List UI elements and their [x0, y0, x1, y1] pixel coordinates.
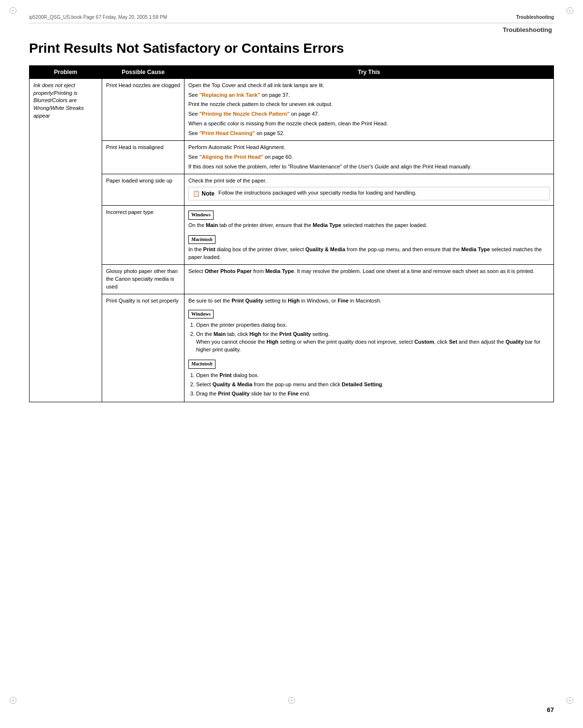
cause-cell-2: Print Head is misaligned: [102, 141, 184, 174]
list-item: Drag the Print Quality slide bar to the …: [196, 390, 550, 398]
try-cell-1: Open the Top Cover and check if all ink …: [184, 78, 554, 141]
windows-badge-wrapper: Windows: [188, 209, 550, 222]
list-item: On the Main tab, click High for the Prin…: [196, 331, 550, 354]
page-number: 67: [547, 706, 554, 713]
macintosh-badge-2: Macintosh: [188, 360, 215, 369]
try-cell-5: Select Other Photo Paper from Media Type…: [184, 265, 554, 294]
corner-mark-br: [567, 697, 573, 704]
list-item: Select Quality & Media from the pop-up m…: [196, 381, 550, 389]
link-aligning-print-head[interactable]: "Aligning the Print Head": [199, 154, 263, 160]
corner-mark-tl: [10, 7, 16, 14]
link-replacing-ink[interactable]: "Replacing an Ink Tank": [199, 92, 261, 98]
try-para: On the Main tab of the printer driver, e…: [188, 222, 550, 229]
cause-cell-1: Print Head nozzles are clogged: [102, 78, 184, 141]
page-title: Print Results Not Satisfactory or Contai…: [29, 40, 554, 57]
note-icon: 📋 Note: [193, 190, 215, 198]
col-header-cause: Possible Cause: [102, 65, 184, 78]
problem-cell-1: Ink does not eject properly/Printing is …: [30, 78, 102, 402]
macintosh-steps-list: Open the Print dialog box. Select Qualit…: [196, 372, 550, 398]
header-right: Troubleshooting: [516, 15, 554, 20]
try-cell-4: Windows On the Main tab of the printer d…: [184, 206, 554, 265]
try-para: When a specific color is missing from th…: [188, 120, 550, 128]
try-para: See "Print Head Cleaning" on page 52.: [188, 130, 550, 137]
try-para: If this does not solve the problem, refe…: [188, 163, 550, 171]
note-box: 📋 Note Follow the instructions packaged …: [188, 187, 550, 200]
try-para: Check the print side of the paper.: [188, 177, 550, 185]
windows-badge-2: Windows: [188, 310, 214, 319]
try-para: See "Printing the Nozzle Check Pattern" …: [188, 110, 550, 118]
cause-cell-5: Glossy photo paper other than the Canon …: [102, 265, 184, 294]
cause-cell-4: Incorrect paper type: [102, 206, 184, 265]
corner-mark-tr: [567, 7, 573, 14]
corner-mark-bl: [10, 697, 16, 704]
try-para: Select Other Photo Paper from Media Type…: [188, 268, 550, 275]
link-nozzle-check[interactable]: "Printing the Nozzle Check Pattern": [199, 111, 290, 117]
header-left: ip5200R_QSG_US.book Page 67 Friday, May …: [29, 15, 167, 20]
table-row: Print Quality is not set properly Be sur…: [30, 294, 554, 402]
col-header-try: Try This: [184, 65, 554, 78]
table-row: Ink does not eject properly/Printing is …: [30, 78, 554, 141]
section-title: Troubleshooting: [29, 26, 554, 33]
try-para: See "Replacing an Ink Tank" on page 37.: [188, 91, 550, 99]
page-container: ip5200R_QSG_US.book Page 67 Friday, May …: [0, 0, 583, 728]
header-bar: ip5200R_QSG_US.book Page 67 Friday, May …: [29, 15, 554, 23]
try-para: See "Aligning the Print Head" on page 60…: [188, 153, 550, 161]
col-header-problem: Problem: [30, 65, 102, 78]
try-cell-6: Be sure to set the Print Quality setting…: [184, 294, 554, 402]
try-para: Perform Automatic Print Head Alignment.: [188, 144, 550, 152]
macintosh-badge-wrapper-2: Macintosh: [188, 358, 550, 371]
table-row: Incorrect paper type Windows On the Main…: [30, 206, 554, 265]
try-cell-2: Perform Automatic Print Head Alignment. …: [184, 141, 554, 174]
try-para: Be sure to set the Print Quality setting…: [188, 297, 550, 305]
list-item: Open the Print dialog box.: [196, 372, 550, 379]
try-para: Print the nozzle check pattern to check …: [188, 101, 550, 108]
table-row: Paper loaded wrong side up Check the pri…: [30, 174, 554, 206]
windows-badge: Windows: [188, 211, 214, 220]
note-text: Follow the instructions packaged with yo…: [218, 189, 416, 197]
cause-cell-6: Print Quality is not set properly: [102, 294, 184, 402]
table-header-row: Problem Possible Cause Try This: [30, 65, 554, 78]
table-row: Print Head is misaligned Perform Automat…: [30, 141, 554, 174]
list-item: Open the printer properties dialog box.: [196, 321, 550, 329]
try-cell-3: Check the print side of the paper. 📋 Not…: [184, 174, 554, 206]
troubleshooting-table: Problem Possible Cause Try This Ink does…: [29, 65, 554, 403]
macintosh-badge: Macintosh: [188, 235, 215, 244]
corner-mark-bc: [288, 697, 295, 704]
try-para: In the Print dialog box of the printer d…: [188, 246, 550, 261]
link-print-head-cleaning[interactable]: "Print Head Cleaning": [199, 130, 255, 136]
try-para: Open the Top Cover and check if all ink …: [188, 82, 550, 90]
macintosh-badge-wrapper: Macintosh: [188, 233, 550, 246]
windows-badge-wrapper-2: Windows: [188, 308, 550, 321]
table-row: Glossy photo paper other than the Canon …: [30, 265, 554, 294]
cause-cell-3: Paper loaded wrong side up: [102, 174, 184, 206]
windows-steps-list: Open the printer properties dialog box. …: [196, 321, 550, 354]
